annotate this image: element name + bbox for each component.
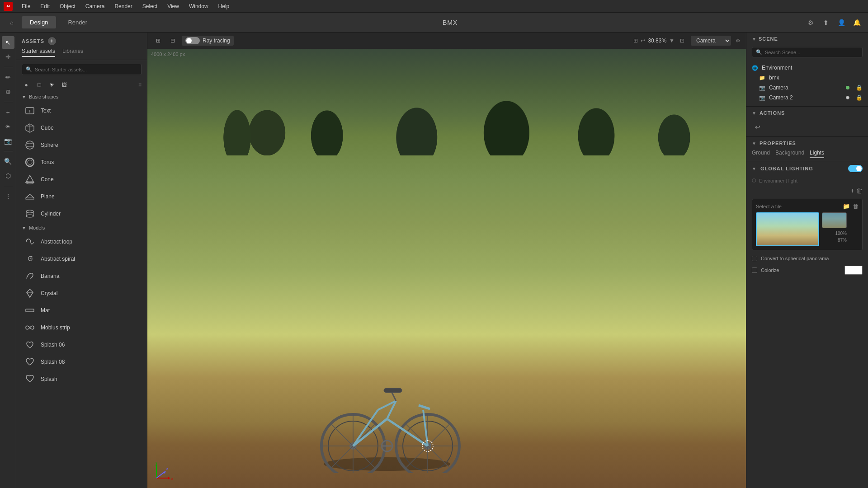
list-item[interactable]: Splash xyxy=(16,371,147,388)
list-item[interactable]: Sphere ≡ xyxy=(16,136,147,154)
viewport-icon-1[interactable]: ⊞ xyxy=(153,35,164,46)
toolbar-icon-1[interactable]: ⚙ xyxy=(805,17,816,28)
misc-tool[interactable]: ⋮ xyxy=(2,190,14,202)
actions-title: ACTIONS xyxy=(760,110,785,116)
scene-trees xyxy=(147,65,746,155)
convert-panorama-label: Convert to spherical panorama xyxy=(761,256,829,261)
list-item[interactable]: T Text ≡ xyxy=(16,102,147,119)
select-tool[interactable]: ↖ xyxy=(2,36,14,49)
list-item[interactable]: Crystal xyxy=(16,285,147,302)
camera-select[interactable]: Camera Camera 2 xyxy=(691,36,731,46)
menu-window[interactable]: Window xyxy=(184,2,213,10)
tab-starter-assets[interactable]: Starter assets xyxy=(22,48,55,57)
menu-render[interactable]: Render xyxy=(110,2,137,10)
list-item[interactable]: Banana xyxy=(16,267,147,285)
convert-panorama-checkbox[interactable] xyxy=(752,256,757,261)
open-file-icon[interactable]: 📁 xyxy=(843,203,850,210)
section-models[interactable]: ▼ Models xyxy=(16,222,147,233)
env-thumb-main[interactable] xyxy=(756,212,819,246)
menu-file[interactable]: File xyxy=(17,2,35,10)
menu-bar: Ai File Edit Object Camera Render Select… xyxy=(0,0,868,13)
list-item[interactable]: Cube ≡ xyxy=(16,119,147,136)
menu-object[interactable]: Object xyxy=(55,2,80,10)
action-refresh-icon[interactable]: ↩ xyxy=(752,121,764,133)
global-lighting-toggle[interactable] xyxy=(848,165,863,172)
zoom-chevron[interactable]: ▼ xyxy=(669,38,675,44)
svg-line-27 xyxy=(331,424,353,446)
assets-scroll: ▼ Basic shapes T Text ≡ Cube xyxy=(16,91,147,488)
env-thumb-small[interactable] xyxy=(822,212,847,228)
filter-image[interactable]: 🖼 xyxy=(60,80,69,89)
scene-search-input[interactable] xyxy=(765,50,859,55)
list-item[interactable]: Mat xyxy=(16,302,147,319)
list-item[interactable]: Cylinder ≡ xyxy=(16,205,147,222)
assets-panel: ASSETS + Starter assets Libraries 🔍 ● ⬡ … xyxy=(16,33,147,488)
scene-item-camera2[interactable]: 📷 Camera 2 🔒 xyxy=(746,93,868,103)
tab-ground[interactable]: Ground xyxy=(752,150,770,158)
menu-view[interactable]: View xyxy=(163,2,184,10)
paint-tool[interactable]: ✏ xyxy=(2,71,14,84)
search-tool[interactable]: 🔍 xyxy=(2,155,14,168)
list-item[interactable]: Torus ≡ xyxy=(16,154,147,171)
list-item[interactable]: Abstract loop ≡ xyxy=(16,233,147,250)
list-item[interactable]: Abstract spiral ≡ xyxy=(16,250,147,267)
delete-file-icon[interactable]: 🗑 xyxy=(853,203,859,210)
tab-design[interactable]: Design xyxy=(22,16,56,28)
section-basic-shapes[interactable]: ▼ Basic shapes xyxy=(16,91,147,102)
vp-icon-settings[interactable]: ⚙ xyxy=(736,38,741,44)
scene-item-bmx[interactable]: 📁 bmx xyxy=(746,73,868,83)
file-select-header: Select a file 📁 🗑 xyxy=(756,203,859,210)
scene-item-environment[interactable]: 🌐 Environment xyxy=(746,63,868,73)
colorize-swatch[interactable] xyxy=(844,266,863,275)
cone-icon xyxy=(24,173,36,186)
camera-tool[interactable]: 📷 xyxy=(2,135,14,147)
dropper-tool[interactable]: ⊕ xyxy=(2,85,14,98)
bmx-folder-icon: 📁 xyxy=(759,75,765,81)
toolbar-icon-3[interactable]: 👤 xyxy=(835,17,847,28)
gl-toggle-knob xyxy=(856,166,862,171)
viewport-icon-2[interactable]: ⊟ xyxy=(167,35,178,46)
tab-libraries[interactable]: Libraries xyxy=(62,48,83,57)
tab-render[interactable]: Render xyxy=(60,16,95,28)
filter-3d[interactable]: ⬡ xyxy=(34,80,43,89)
scene-item-camera[interactable]: 📷 Camera 🔒 xyxy=(746,83,868,93)
list-item[interactable]: Mobius strip xyxy=(16,319,147,336)
env-light-item[interactable]: ⬡ Environment light xyxy=(746,176,868,185)
toolbar-icon-2[interactable]: ⬆ xyxy=(820,17,832,28)
ray-tracing-switch[interactable] xyxy=(185,37,200,44)
menu-edit[interactable]: Edit xyxy=(36,2,54,10)
cube-asset-label: Cube xyxy=(41,125,134,131)
vp-icon-camera-left: ↩ xyxy=(641,38,645,44)
move-tool[interactable]: ✛ xyxy=(2,51,14,63)
list-item[interactable]: Plane ≡ xyxy=(16,188,147,205)
tab-lights[interactable]: Lights xyxy=(810,150,824,158)
assets-title: ASSETS xyxy=(22,38,44,44)
tool-separator-2 xyxy=(4,102,13,102)
camera2-lock-icon: 🔒 xyxy=(856,94,863,101)
scene-search-box: 🔍 xyxy=(752,47,863,57)
light-tool[interactable]: ☀ xyxy=(2,120,14,133)
list-item[interactable]: Splash 08 xyxy=(16,353,147,371)
ray-tracing-toggle[interactable]: Ray tracing xyxy=(182,36,234,46)
add-tool[interactable]: + xyxy=(2,106,14,118)
list-view-toggle[interactable]: ≡ xyxy=(138,82,142,88)
bike-model xyxy=(308,356,466,474)
add-asset-button[interactable]: + xyxy=(48,37,56,45)
filter-light[interactable]: ☀ xyxy=(47,80,56,89)
menu-camera[interactable]: Camera xyxy=(81,2,109,10)
env-add-icon[interactable]: + xyxy=(851,187,854,194)
toolbar-icon-notifications[interactable]: 🔔 xyxy=(851,17,863,28)
vp-icon-expand[interactable]: ⊡ xyxy=(680,38,684,44)
list-item[interactable]: Cone ≡ xyxy=(16,171,147,188)
env-remove-icon[interactable]: 🗑 xyxy=(856,187,863,194)
home-button[interactable]: ⌂ xyxy=(5,16,18,29)
search-assets-input[interactable] xyxy=(35,67,137,72)
list-item[interactable]: Splash 06 xyxy=(16,336,147,353)
menu-select[interactable]: Select xyxy=(138,2,162,10)
group-tool[interactable]: ⬡ xyxy=(2,169,14,182)
tab-background[interactable]: Background xyxy=(775,150,804,158)
filter-all[interactable]: ● xyxy=(22,80,31,89)
torus-asset-label: Torus xyxy=(41,159,134,165)
colorize-checkbox[interactable] xyxy=(752,267,757,273)
menu-help[interactable]: Help xyxy=(214,2,234,10)
